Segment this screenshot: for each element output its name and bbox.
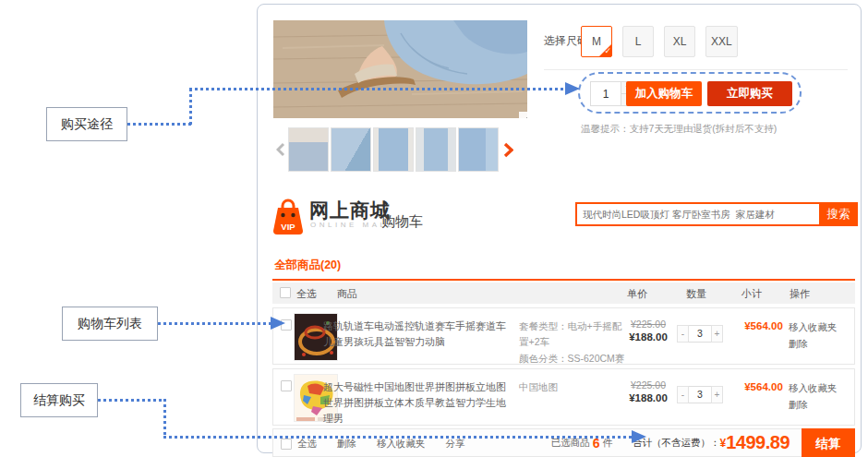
footer-delete-link[interactable]: 删除	[337, 438, 356, 451]
row-quantity-increase-button[interactable]: +	[711, 386, 723, 403]
chevron-left-icon	[276, 142, 285, 157]
size-option-xxl[interactable]: XXL	[705, 26, 738, 57]
search-input[interactable]	[575, 202, 819, 226]
delete-link[interactable]: 删除	[789, 396, 838, 413]
column-actions: 操作	[790, 287, 810, 301]
currency-symbol: ¥	[720, 437, 727, 450]
footer-select-all-checkbox[interactable]	[281, 439, 292, 450]
column-subtotal: 小计	[741, 287, 762, 301]
search-bar: 搜索	[575, 202, 858, 226]
cart-footer-links: 全选 删除 移入收藏夹 分享	[281, 438, 486, 451]
cart-footer-bar: 全选 删除 移入收藏夹 分享 已选商品 6 件 合计（不含运费）： ¥ 1499…	[272, 428, 855, 457]
size-option-label: XXL	[711, 35, 732, 48]
chevron-right-icon	[503, 142, 513, 158]
product-thumbnail[interactable]	[458, 127, 499, 172]
arrow-line	[189, 88, 565, 90]
annotation-label: 购物车列表	[78, 316, 142, 332]
unit-price-cell: ¥225.00 ¥188.00	[615, 319, 681, 343]
size-selected-check-icon: ✓	[604, 36, 611, 66]
size-option-label: XL	[673, 35, 687, 48]
cart-row: 超大号磁性中国地图世界拼图拼板立地图世界拼图拼板立体木质早教益智力学生地理男 中…	[272, 368, 855, 426]
annotation-cart-list: 购物车列表	[62, 307, 158, 341]
thumbs-next-button[interactable]	[500, 142, 515, 158]
total-value: 1499.89	[726, 432, 790, 453]
column-select-all: 全选	[296, 287, 317, 301]
product-spec: 套餐类型：电动+手摇配置+2车	[519, 319, 628, 351]
unit-price-cell: ¥225.00 ¥188.00	[615, 379, 681, 403]
product-specs: 中国地图	[519, 379, 628, 395]
cart-row: 路轨轨道车电动遥控轨道赛车手摇赛道车儿童男孩玩具益智智力动脑 套餐类型：电动+手…	[272, 307, 855, 365]
svg-text:VIP: VIP	[281, 222, 295, 232]
magnifier-icon	[524, 116, 527, 118]
size-options: M ✓ L XL XXL	[581, 26, 738, 57]
footer-move-to-favorites-link[interactable]: 移入收藏夹	[377, 438, 426, 451]
size-option-label: M	[592, 35, 601, 48]
footer-select-all-link[interactable]: 全选	[297, 438, 317, 451]
old-price: ¥225.00	[615, 379, 681, 391]
checkout-button[interactable]: 结算	[802, 428, 855, 457]
arrow-line	[98, 399, 166, 402]
row-quantity-stepper: - 3 +	[677, 386, 723, 403]
current-price: ¥188.00	[615, 331, 681, 343]
size-option-xl[interactable]: XL	[664, 26, 695, 57]
return-policy-tip: 温馨提示：支持7天无理由退货(拆封后不支持)	[581, 123, 777, 136]
size-option-l[interactable]: L	[622, 26, 654, 57]
product-main-image[interactable]	[273, 20, 527, 118]
delete-link[interactable]: 删除	[789, 335, 838, 352]
row-quantity-value[interactable]: 3	[689, 325, 711, 343]
column-unit-price: 单价	[627, 287, 647, 301]
page: 选择尺码: M ✓ L XL XXL + - 加入购物	[0, 0, 868, 457]
annotation-purchase-path: 购买途径	[46, 107, 127, 141]
product-thumbnail[interactable]	[373, 127, 414, 172]
size-option-m[interactable]: M ✓	[581, 26, 612, 57]
product-title[interactable]: 超大号磁性中国地图世界拼图拼板立地图世界拼图拼板立体木质早教益智力学生地理男	[323, 379, 515, 427]
row-actions: 移入收藏夹 删除	[789, 379, 838, 414]
old-price: ¥225.00	[615, 319, 681, 330]
product-spec: 中国地图	[519, 379, 628, 395]
annotation-label: 购买途径	[61, 116, 113, 133]
mall-logo[interactable]: VIP	[272, 195, 304, 241]
subtotal-cell: ¥564.00	[733, 320, 794, 331]
mall-name: 网上商城	[309, 198, 391, 223]
row-quantity-decrease-button[interactable]: -	[677, 325, 689, 343]
column-product: 商品	[337, 287, 357, 301]
footer-share-link[interactable]: 分享	[446, 438, 465, 451]
row-quantity-increase-button[interactable]: +	[711, 325, 723, 343]
vip-shopping-bag-icon: VIP	[272, 195, 304, 237]
cart-table-header: 全选 商品 单价 数量 小计 操作	[272, 283, 855, 304]
row-quantity-decrease-button[interactable]: -	[677, 386, 689, 403]
arrow-line	[189, 89, 192, 126]
select-all-checkbox[interactable]	[280, 287, 291, 298]
product-title[interactable]: 路轨轨道车电动遥控轨道赛车手摇赛道车儿童男孩玩具益智智力动脑	[323, 319, 515, 350]
subtotal-cell: ¥564.00	[733, 381, 794, 392]
store-panel: 选择尺码: M ✓ L XL XXL + - 加入购物	[257, 4, 862, 453]
zoom-glass-button[interactable]	[519, 112, 527, 118]
move-to-favorites-link[interactable]: 移入收藏夹	[789, 319, 838, 335]
row-checkbox[interactable]	[281, 380, 292, 391]
arrow-line	[163, 436, 633, 439]
cart-section: 全部商品(20) 全选 商品 单价 数量 小计 操作	[272, 258, 855, 457]
thumbs-prev-button[interactable]	[273, 142, 288, 157]
product-thumbnail[interactable]	[416, 127, 456, 172]
arrow-line	[127, 123, 192, 126]
arrow-head-icon	[565, 82, 580, 95]
search-button[interactable]: 搜索	[819, 202, 858, 226]
divider	[544, 69, 848, 70]
row-quantity-stepper: - 3 +	[677, 325, 723, 343]
product-photo-illustration	[273, 20, 527, 118]
annotation-label: 结算购买	[33, 392, 85, 409]
arrow-line	[163, 399, 166, 438]
arrow-line	[158, 322, 271, 325]
cart-summary: 已选商品 6 件 合计（不含运费）： ¥ 1499.89	[551, 429, 790, 456]
product-thumbnail[interactable]	[288, 127, 329, 172]
arrow-head-icon	[271, 317, 285, 330]
row-quantity-value[interactable]: 3	[689, 386, 711, 403]
product-thumbnail[interactable]	[331, 127, 371, 172]
annotation-checkout: 结算购买	[20, 383, 98, 417]
column-quantity: 数量	[686, 287, 706, 301]
arrow-head-icon	[632, 430, 646, 443]
row-actions: 移入收藏夹 删除	[789, 319, 838, 353]
thumbnail-strip	[273, 126, 550, 174]
move-to-favorites-link[interactable]: 移入收藏夹	[789, 379, 838, 396]
cart-page-title: 购物车	[381, 213, 423, 231]
